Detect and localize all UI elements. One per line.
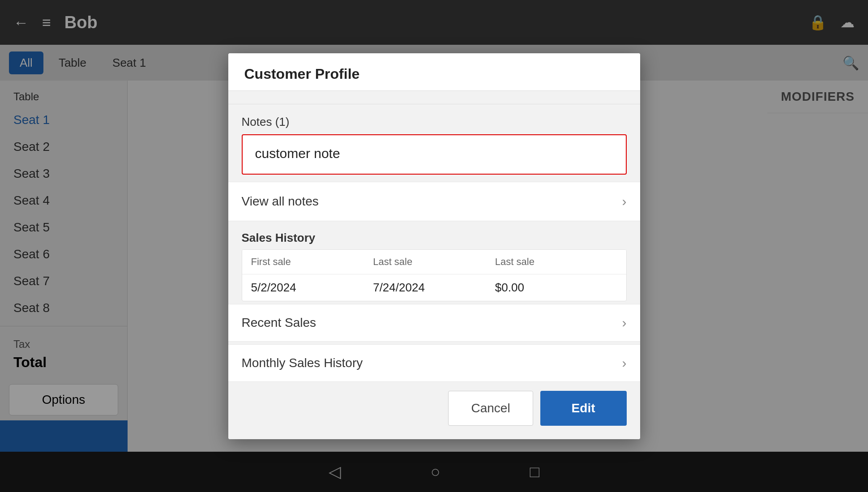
customer-profile-modal: Customer Profile Notes (1) customer note… bbox=[228, 53, 640, 439]
modal-body: Notes (1) customer note View all notes ›… bbox=[228, 91, 640, 382]
first-sale-date: 5/2/2024 bbox=[251, 281, 373, 295]
sales-table-header: First sale Last sale Last sale bbox=[242, 250, 626, 274]
last-sale-amount: $0.00 bbox=[495, 281, 617, 295]
sales-table: First sale Last sale Last sale 5/2/2024 … bbox=[242, 249, 627, 301]
sales-history-section: Sales History First sale Last sale Last … bbox=[228, 222, 640, 301]
modal-header: Customer Profile bbox=[228, 53, 640, 91]
monthly-sales-row[interactable]: Monthly Sales History › bbox=[228, 344, 640, 382]
notes-label: Notes (1) bbox=[242, 115, 627, 129]
view-all-notes-chevron: › bbox=[622, 194, 627, 209]
cancel-button[interactable]: Cancel bbox=[448, 391, 533, 426]
monthly-sales-label: Monthly Sales History bbox=[242, 356, 363, 370]
sales-col-last: Last sale bbox=[373, 256, 495, 268]
monthly-sales-chevron: › bbox=[622, 355, 627, 371]
recent-sales-label: Recent Sales bbox=[242, 316, 316, 330]
scroll-top-indicator bbox=[228, 91, 640, 104]
note-text-box[interactable]: customer note bbox=[242, 134, 627, 175]
recent-sales-chevron: › bbox=[622, 315, 627, 330]
edit-button[interactable]: Edit bbox=[540, 391, 627, 426]
view-all-notes-label: View all notes bbox=[242, 194, 319, 209]
sales-col-amount: Last sale bbox=[495, 256, 617, 268]
modal-footer: Cancel Edit bbox=[228, 382, 640, 439]
notes-section: Notes (1) customer note bbox=[228, 104, 640, 182]
view-all-notes-row[interactable]: View all notes › bbox=[228, 182, 640, 221]
last-sale-date: 7/24/2024 bbox=[373, 281, 495, 295]
sales-table-data-row: 5/2/2024 7/24/2024 $0.00 bbox=[242, 274, 626, 301]
sales-col-first: First sale bbox=[251, 256, 373, 268]
sales-history-label: Sales History bbox=[242, 231, 627, 245]
modal-title: Customer Profile bbox=[244, 66, 624, 82]
recent-sales-row[interactable]: Recent Sales › bbox=[228, 304, 640, 342]
